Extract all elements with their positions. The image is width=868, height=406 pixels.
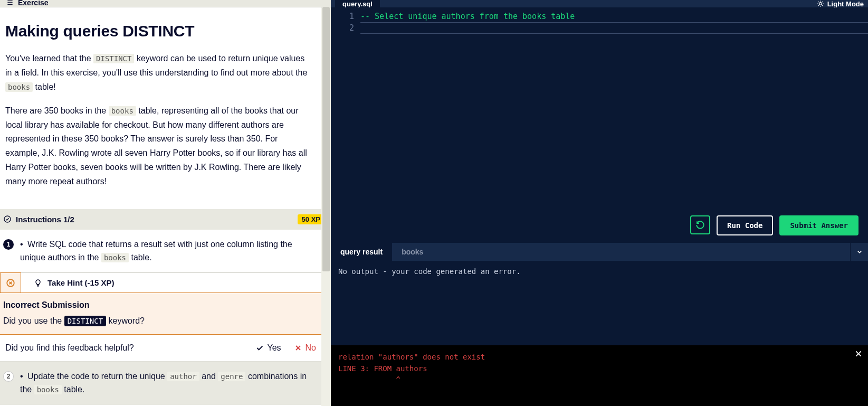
lightbulb-icon bbox=[34, 279, 42, 287]
left-panel: Exercise Making queries DISTINCT You've … bbox=[0, 0, 331, 406]
helpful-question: Did you find this feedback helpful? bbox=[5, 343, 134, 353]
close-feedback-button[interactable] bbox=[0, 272, 21, 292]
text: table. bbox=[129, 253, 152, 262]
exercise-label: Exercise bbox=[18, 0, 49, 7]
svg-line-15 bbox=[822, 5, 823, 6]
file-tab[interactable]: query.sql bbox=[335, 0, 380, 7]
code-books: books bbox=[109, 106, 136, 116]
line-number: 1 bbox=[331, 11, 354, 22]
no-label: No bbox=[306, 343, 316, 353]
code-books: books bbox=[34, 385, 62, 394]
feedback-text: Did you use the DISTINCT keyword? bbox=[3, 316, 326, 326]
step-number-1: 1 bbox=[3, 239, 14, 250]
left-scroll[interactable]: Making queries DISTINCT You've learned t… bbox=[0, 7, 331, 406]
tab-query-result[interactable]: query result bbox=[331, 243, 392, 261]
scrollbar-thumb[interactable] bbox=[322, 7, 330, 271]
text: keyword? bbox=[106, 316, 145, 325]
error-line: LINE 3: FROM authors bbox=[338, 363, 861, 375]
desc-para-2: There are 350 books in the books table, … bbox=[5, 104, 313, 189]
text: and bbox=[199, 372, 218, 381]
code-genre: genre bbox=[218, 372, 245, 381]
result-body: No output - your code generated an error… bbox=[331, 261, 868, 345]
feedback-yes-button[interactable]: Yes bbox=[255, 343, 281, 353]
editor-actions: Run Code Submit Answer bbox=[690, 215, 859, 235]
collapse-result-button[interactable] bbox=[850, 243, 868, 261]
feedback-box: Incorrect Submission Did you use the DIS… bbox=[0, 292, 331, 335]
code-books: books bbox=[101, 253, 129, 262]
step-number-2: 2 bbox=[3, 371, 14, 382]
check-icon bbox=[255, 344, 264, 352]
bullet: • bbox=[20, 372, 23, 381]
mode-label: Light Mode bbox=[827, 0, 864, 7]
error-panel: relation "authors" does not exist LINE 3… bbox=[331, 345, 868, 406]
yes-label: Yes bbox=[267, 343, 281, 353]
close-error-button[interactable] bbox=[854, 350, 863, 358]
text: There are 350 books in the bbox=[5, 106, 109, 115]
svg-line-16 bbox=[818, 5, 819, 6]
result-tabs: query result books bbox=[331, 243, 868, 261]
line-gutter: 1 2 bbox=[331, 7, 360, 243]
hint-bar: Take Hint (-15 XP) bbox=[0, 272, 331, 292]
error-line: relation "authors" does not exist bbox=[338, 352, 861, 363]
code-area[interactable]: -- Select unique authors from the books … bbox=[360, 7, 868, 243]
no-output-text: No output - your code generated an error… bbox=[338, 267, 521, 276]
run-code-button[interactable]: Run Code bbox=[717, 215, 773, 235]
right-panel: query.sql Light Mode 1 2 -- Select uniqu… bbox=[331, 0, 868, 406]
text: table, representing all of the books tha… bbox=[5, 106, 307, 186]
text: table. bbox=[62, 385, 85, 394]
reset-button[interactable] bbox=[690, 215, 710, 234]
svg-point-9 bbox=[819, 3, 822, 5]
list-icon bbox=[6, 0, 14, 6]
code-line-current[interactable] bbox=[360, 22, 868, 34]
light-mode-toggle[interactable]: Light Mode bbox=[817, 0, 864, 7]
code-distinct-hl: DISTINCT bbox=[64, 316, 106, 326]
exercise-content: Making queries DISTINCT You've learned t… bbox=[0, 7, 331, 209]
take-hint-button[interactable]: Take Hint (-15 XP) bbox=[21, 272, 331, 292]
exercise-header: Exercise bbox=[0, 0, 331, 7]
x-icon bbox=[294, 344, 302, 352]
page-title: Making queries DISTINCT bbox=[5, 22, 313, 40]
text: Update the code to return the unique bbox=[27, 372, 167, 381]
instructions-label: Instructions 1/2 bbox=[16, 215, 74, 224]
hint-label: Take Hint (-15 XP) bbox=[47, 278, 114, 287]
desc-para-1: You've learned that the DISTINCT keyword… bbox=[5, 52, 313, 95]
instruction-step-2: 2 • Update the code to return the unique… bbox=[0, 362, 331, 405]
bullet: • bbox=[20, 240, 23, 249]
scrollbar-track[interactable] bbox=[321, 7, 331, 406]
sun-icon bbox=[817, 0, 824, 7]
line-number: 2 bbox=[331, 22, 354, 34]
feedback-heading: Incorrect Submission bbox=[3, 300, 326, 310]
code-author: author bbox=[167, 372, 199, 381]
submit-answer-button[interactable]: Submit Answer bbox=[779, 215, 859, 235]
code-books: books bbox=[5, 82, 33, 92]
svg-line-14 bbox=[818, 2, 819, 2]
code-comment: -- Select unique authors from the books … bbox=[360, 12, 575, 21]
tab-books[interactable]: books bbox=[392, 243, 433, 261]
editor-header: query.sql Light Mode bbox=[331, 0, 868, 7]
error-line: ^ bbox=[338, 374, 861, 386]
text: table! bbox=[33, 82, 56, 91]
code-editor[interactable]: 1 2 -- Select unique authors from the bo… bbox=[331, 7, 868, 243]
instruction-step-1: 1 • Write SQL code that returns a result… bbox=[0, 230, 331, 273]
text: Did you use the bbox=[3, 316, 64, 325]
check-circle-icon bbox=[3, 215, 12, 223]
feedback-helpful-row: Did you find this feedback helpful? Yes … bbox=[0, 335, 331, 362]
code-distinct: DISTINCT bbox=[93, 54, 134, 63]
feedback-no-button[interactable]: No bbox=[294, 343, 316, 353]
svg-point-3 bbox=[4, 216, 11, 222]
text: You've learned that the bbox=[5, 54, 93, 63]
svg-line-17 bbox=[822, 2, 823, 2]
text: Write SQL code that returns a result set… bbox=[20, 240, 292, 262]
xp-badge: 50 XP bbox=[298, 214, 325, 224]
instructions-bar: Instructions 1/2 50 XP bbox=[0, 209, 331, 230]
